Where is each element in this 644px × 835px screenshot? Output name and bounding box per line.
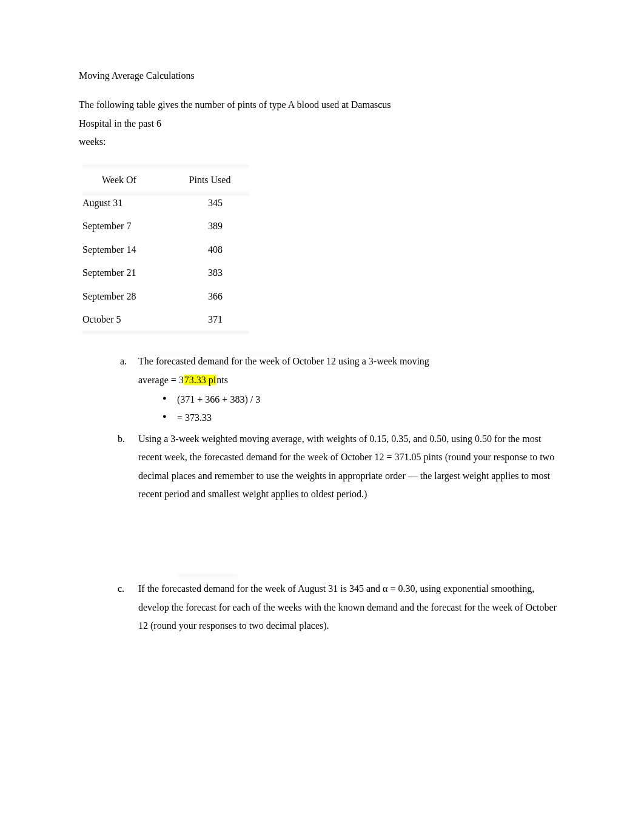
intro-line-3: weeks: xyxy=(79,133,565,151)
cell-pints: 366 xyxy=(173,285,246,308)
cell-week: September 28 xyxy=(82,285,173,308)
question-a-hl-pre: 3 xyxy=(179,375,184,385)
blur-artifact xyxy=(177,574,238,578)
table-row: September 21 383 xyxy=(82,261,246,284)
question-a-line2-prefix: average = xyxy=(138,375,179,385)
question-a: a. The forecasted demand for the week of… xyxy=(118,352,565,430)
question-c: c. If the forecasted demand for the week… xyxy=(118,580,565,635)
table-header-row: Week Of Pints Used xyxy=(82,169,246,192)
question-b-marker: b. xyxy=(118,430,138,504)
question-a-body: The forecasted demand for the week of Oc… xyxy=(138,352,565,430)
question-c-marker: c. xyxy=(118,580,138,635)
question-a-bullets: ● (371 + 366 + 383) / 3 ● = 373.33 xyxy=(138,391,565,428)
intro-paragraph: The following table gives the number of … xyxy=(79,96,565,151)
table-bottom-shadow xyxy=(82,331,249,335)
table-top-shadow xyxy=(82,165,249,169)
intro-line-1: The following table gives the number of … xyxy=(79,96,565,114)
table-row: September 28 366 xyxy=(82,285,246,308)
cell-week: October 5 xyxy=(82,308,173,331)
table-row: September 14 408 xyxy=(82,238,246,261)
question-b: b. Using a 3-week weighted moving averag… xyxy=(118,430,565,504)
cell-pints: 389 xyxy=(173,215,246,238)
bullet-row: ● = 373.33 xyxy=(163,409,565,427)
question-c-body: If the forecasted demand for the week of… xyxy=(138,580,565,635)
question-a-line1: The forecasted demand for the week of Oc… xyxy=(138,356,429,366)
bullet-text: = 373.33 xyxy=(177,409,212,427)
table-header-bottom-shadow xyxy=(82,192,249,195)
table-row: October 5 371 xyxy=(82,308,246,331)
spacer xyxy=(118,503,565,576)
cell-pints: 371 xyxy=(173,308,246,331)
table-header-week: Week Of xyxy=(82,169,173,192)
cell-pints: 383 xyxy=(173,261,246,284)
cell-week: September 21 xyxy=(82,261,173,284)
question-b-body: Using a 3-week weighted moving average, … xyxy=(138,430,565,504)
question-list: a. The forecasted demand for the week of… xyxy=(79,352,565,635)
question-a-marker: a. xyxy=(118,352,138,430)
cell-week: September 14 xyxy=(82,238,173,261)
bullet-icon: ● xyxy=(163,409,177,427)
data-table-body: August 31 345 September 7 389 September … xyxy=(82,192,246,331)
page-title: Moving Average Calculations xyxy=(79,67,565,85)
data-table: Week Of Pints Used xyxy=(82,169,246,192)
bullet-row: ● (371 + 366 + 383) / 3 xyxy=(163,391,565,409)
table-row: September 7 389 xyxy=(82,215,246,238)
bullet-icon: ● xyxy=(163,391,177,409)
intro-line-2: Hospital in the past 6 xyxy=(79,115,565,133)
question-a-line2-suffix: nts xyxy=(216,375,228,385)
cell-pints: 408 xyxy=(173,238,246,261)
question-a-highlight: 73.33 pi xyxy=(184,375,216,385)
cell-week: September 7 xyxy=(82,215,173,238)
table-header-pints: Pints Used xyxy=(173,169,246,192)
bullet-text: (371 + 366 + 383) / 3 xyxy=(177,391,260,409)
